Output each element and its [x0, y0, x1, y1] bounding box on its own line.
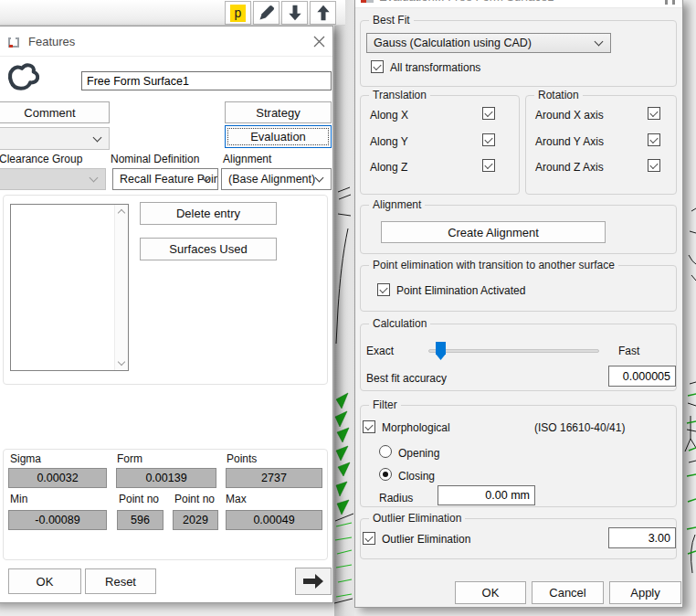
probe-mode-button[interactable]: p [225, 1, 251, 25]
points-list[interactable] [10, 204, 129, 371]
pencil-icon [258, 4, 276, 22]
speed-slider-track[interactable] [428, 349, 599, 353]
form-label: Form [117, 452, 142, 465]
viewport-strip-middle[interactable] [334, 0, 354, 616]
best-fit-method-dropdown[interactable]: Gauss (Calculation using CAD) [366, 33, 611, 53]
evaluation-dialog: Evaluation... Free Form Surface1 Best Fi… [354, 0, 683, 608]
delete-entry-button[interactable]: Delete entry [140, 202, 277, 225]
reset-button[interactable]: Reset [85, 568, 156, 594]
features-dialog: Features Free Form Surface1 Comment Stra… [0, 26, 333, 603]
arrow-down-icon [286, 4, 304, 22]
evaluation-title-icon [361, 0, 374, 3]
point-elimination-label: Point Elimination Activated [396, 284, 525, 297]
clearance-group-label: Clearance Group [0, 153, 82, 165]
min-value: -0.00089 [8, 510, 107, 530]
close-icon[interactable] [313, 36, 325, 48]
along-z-checkbox[interactable] [482, 159, 495, 172]
strategy-button[interactable]: Strategy [225, 101, 332, 123]
evaluation-title: Evaluation... Free Form Surface1 [379, 0, 554, 4]
probe-p-icon: p [230, 5, 246, 22]
nominal-definition-label: Nominal Definition [111, 153, 199, 165]
around-x-checkbox[interactable] [648, 107, 660, 120]
arrow-right-icon [301, 572, 325, 590]
edit-button[interactable] [253, 1, 279, 25]
evaluation-titlebar[interactable]: Evaluation... Free Form Surface1 [355, 0, 682, 8]
iso-standard-label: (ISO 16610-40/41) [534, 421, 625, 434]
closing-radio[interactable] [379, 468, 392, 481]
point-no-min-value: 596 [117, 510, 163, 530]
ok-button[interactable]: OK [8, 568, 81, 594]
form-value: 0.00139 [116, 468, 216, 488]
comment-button[interactable]: Comment [0, 101, 110, 123]
closing-label: Closing [398, 470, 435, 483]
eval-apply-button[interactable]: Apply [609, 581, 681, 604]
free-form-surface-icon [4, 59, 40, 94]
exact-label: Exact [366, 345, 394, 357]
best-fit-group: Best Fit [360, 20, 677, 87]
next-element-button[interactable] [295, 568, 332, 595]
points-value: 2737 [226, 468, 322, 488]
fast-label: Fast [618, 345, 639, 357]
around-x-label: Around X axis [535, 109, 604, 122]
eval-cancel-button[interactable]: Cancel [532, 581, 604, 604]
create-alignment-button[interactable]: Create Alignment [381, 221, 606, 243]
radius-input[interactable]: 0.00 mm [438, 485, 535, 505]
morphological-label: Morphological [382, 421, 450, 434]
along-z-label: Along Z [370, 161, 407, 174]
clearance-group-dropdown [0, 168, 106, 190]
viewport-strip-right[interactable] [683, 0, 696, 616]
sigma-value: 0.00032 [8, 468, 107, 488]
surfaces-used-button[interactable]: Surfaces Used [140, 238, 277, 260]
around-y-checkbox[interactable] [648, 133, 660, 146]
max-label: Max [226, 493, 247, 505]
around-y-label: Around Y Axis [535, 135, 604, 148]
arrow-up-icon [314, 4, 332, 22]
alignment-dropdown[interactable]: (Base Alignment) [221, 168, 332, 190]
best-fit-accuracy-label: Best fit accuracy [366, 372, 447, 385]
point-elimination-checkbox[interactable] [377, 283, 390, 296]
along-y-checkbox[interactable] [482, 133, 495, 146]
outlier-elimination-checkbox[interactable] [363, 532, 375, 545]
move-up-button[interactable] [310, 1, 336, 25]
scroll-down-icon[interactable] [118, 358, 125, 366]
dialog-title: Features [28, 35, 75, 48]
along-x-label: Along X [370, 109, 408, 122]
along-y-label: Along Y [370, 135, 408, 148]
pin-icon[interactable] [665, 0, 668, 5]
points-label: Points [227, 452, 257, 465]
point-no-min-label: Point no [119, 493, 159, 505]
point-no-max-value: 2029 [173, 510, 218, 530]
all-transformations-checkbox[interactable] [371, 60, 384, 73]
along-x-checkbox[interactable] [482, 107, 495, 120]
sigma-label: Sigma [10, 452, 41, 465]
eval-ok-button[interactable]: OK [455, 581, 526, 604]
alignment-label: Alignment [223, 153, 271, 165]
features-titlebar[interactable]: Features [0, 27, 332, 57]
app-logo-icon [6, 35, 22, 49]
scroll-up-icon[interactable] [118, 209, 125, 217]
evaluation-button[interactable]: Evaluation [225, 125, 332, 148]
comment-template-dropdown[interactable] [0, 127, 110, 150]
all-transformations-label: All transformations [390, 61, 480, 74]
best-fit-accuracy-input[interactable]: 0.000005 [608, 366, 676, 387]
element-name-input[interactable]: Free Form Surface1 [81, 71, 332, 90]
min-label: Min [10, 493, 27, 505]
around-z-label: Around Z Axis [535, 161, 604, 174]
outlier-value-input[interactable]: 3.00 [608, 527, 676, 548]
results-group [3, 449, 328, 560]
toolbar: p [0, 0, 345, 26]
points-list-scrollbar[interactable] [114, 205, 128, 370]
morphological-checkbox[interactable] [363, 420, 375, 433]
opening-radio[interactable] [379, 445, 392, 458]
around-z-checkbox[interactable] [648, 159, 660, 172]
move-down-button[interactable] [281, 1, 308, 25]
max-value: 0.00049 [226, 510, 322, 530]
radius-label: Radius [379, 492, 413, 504]
opening-label: Opening [398, 447, 439, 460]
nominal-definition-dropdown[interactable]: Recall Feature Poin [112, 168, 218, 190]
outlier-elimination-label: Outlier Elimination [382, 533, 470, 546]
point-no-max-label: Point no [174, 493, 215, 505]
